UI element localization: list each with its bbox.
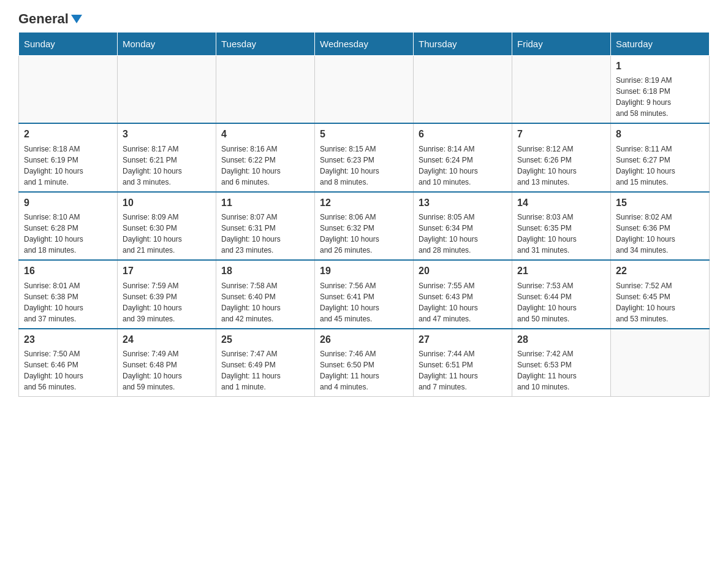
day-number: 12 [320,196,408,210]
day-number: 21 [517,264,605,278]
day-info: Sunrise: 8:11 AMSunset: 6:27 PMDaylight:… [616,144,704,188]
day-info: Sunrise: 7:49 AMSunset: 6:48 PMDaylight:… [123,348,211,393]
day-number: 2 [24,128,112,141]
day-header-sunday: Sunday [19,33,118,56]
calendar-week-row: 9Sunrise: 8:10 AMSunset: 6:28 PMDaylight… [19,192,710,260]
calendar-cell: 23Sunrise: 7:50 AMSunset: 6:46 PMDayligh… [19,329,118,397]
day-number: 3 [123,128,211,141]
calendar-cell: 27Sunrise: 7:44 AMSunset: 6:51 PMDayligh… [414,329,512,397]
day-info: Sunrise: 7:50 AMSunset: 6:46 PMDaylight:… [24,348,112,393]
day-info: Sunrise: 7:53 AMSunset: 6:44 PMDaylight:… [517,280,605,324]
calendar-week-row: 1Sunrise: 8:19 AMSunset: 6:18 PMDaylight… [19,56,710,124]
day-header-monday: Monday [118,33,216,56]
day-info: Sunrise: 7:47 AMSunset: 6:49 PMDaylight:… [221,348,309,393]
day-info: Sunrise: 8:02 AMSunset: 6:36 PMDaylight:… [616,212,704,256]
day-header-wednesday: Wednesday [315,33,414,56]
calendar-cell: 18Sunrise: 7:58 AMSunset: 6:40 PMDayligh… [216,260,315,328]
page-header: General [18,12,710,26]
calendar-cell: 6Sunrise: 8:14 AMSunset: 6:24 PMDaylight… [414,123,512,191]
calendar-cell [512,56,611,124]
calendar-cell: 22Sunrise: 7:52 AMSunset: 6:45 PMDayligh… [611,260,710,328]
logo-general: General [18,12,69,26]
day-header-tuesday: Tuesday [216,33,315,56]
day-number: 8 [616,128,704,141]
day-info: Sunrise: 7:46 AMSunset: 6:50 PMDaylight:… [320,348,408,393]
calendar-cell: 28Sunrise: 7:42 AMSunset: 6:53 PMDayligh… [512,329,611,397]
day-number: 20 [419,264,507,278]
calendar-cell [216,56,315,124]
day-info: Sunrise: 7:56 AMSunset: 6:41 PMDaylight:… [320,280,408,324]
day-number: 11 [221,196,309,210]
day-header-friday: Friday [512,33,611,56]
calendar-cell: 11Sunrise: 8:07 AMSunset: 6:31 PMDayligh… [216,192,315,260]
calendar-cell [118,56,216,124]
day-info: Sunrise: 8:19 AMSunset: 6:18 PMDaylight:… [616,75,704,119]
day-info: Sunrise: 8:10 AMSunset: 6:28 PMDaylight:… [24,212,112,256]
calendar-cell: 3Sunrise: 8:17 AMSunset: 6:21 PMDaylight… [118,123,216,191]
day-number: 17 [123,264,211,278]
calendar-cell: 21Sunrise: 7:53 AMSunset: 6:44 PMDayligh… [512,260,611,328]
calendar-cell: 17Sunrise: 7:59 AMSunset: 6:39 PMDayligh… [118,260,216,328]
day-info: Sunrise: 7:52 AMSunset: 6:45 PMDaylight:… [616,280,704,324]
calendar-cell: 15Sunrise: 8:02 AMSunset: 6:36 PMDayligh… [611,192,710,260]
day-number: 9 [24,196,112,210]
calendar-cell [414,56,512,124]
day-number: 24 [123,333,211,347]
calendar-cell: 1Sunrise: 8:19 AMSunset: 6:18 PMDaylight… [611,56,710,124]
day-number: 22 [616,264,704,278]
day-info: Sunrise: 8:18 AMSunset: 6:19 PMDaylight:… [24,144,112,188]
calendar-cell: 4Sunrise: 8:16 AMSunset: 6:22 PMDaylight… [216,123,315,191]
day-info: Sunrise: 8:16 AMSunset: 6:22 PMDaylight:… [221,144,309,188]
day-info: Sunrise: 7:42 AMSunset: 6:53 PMDaylight:… [517,348,605,393]
calendar-week-row: 23Sunrise: 7:50 AMSunset: 6:46 PMDayligh… [19,329,710,397]
logo-arrow-icon [70,12,83,26]
calendar-cell: 20Sunrise: 7:55 AMSunset: 6:43 PMDayligh… [414,260,512,328]
day-number: 27 [419,333,507,347]
calendar-cell: 2Sunrise: 8:18 AMSunset: 6:19 PMDaylight… [19,123,118,191]
day-info: Sunrise: 7:44 AMSunset: 6:51 PMDaylight:… [419,348,507,393]
day-info: Sunrise: 8:01 AMSunset: 6:38 PMDaylight:… [24,280,112,324]
calendar-table: SundayMondayTuesdayWednesdayThursdayFrid… [18,32,710,397]
day-number: 6 [419,128,507,141]
calendar-cell: 7Sunrise: 8:12 AMSunset: 6:26 PMDaylight… [512,123,611,191]
day-number: 23 [24,333,112,347]
day-number: 15 [616,196,704,210]
day-header-thursday: Thursday [414,33,512,56]
calendar-week-row: 2Sunrise: 8:18 AMSunset: 6:19 PMDaylight… [19,123,710,191]
day-number: 28 [517,333,605,347]
day-number: 18 [221,264,309,278]
calendar-cell [315,56,414,124]
calendar-cell [19,56,118,124]
day-info: Sunrise: 8:14 AMSunset: 6:24 PMDaylight:… [419,144,507,188]
day-info: Sunrise: 8:12 AMSunset: 6:26 PMDaylight:… [517,144,605,188]
day-info: Sunrise: 8:05 AMSunset: 6:34 PMDaylight:… [419,212,507,256]
calendar-cell: 13Sunrise: 8:05 AMSunset: 6:34 PMDayligh… [414,192,512,260]
calendar-cell [611,329,710,397]
day-number: 25 [221,333,309,347]
day-info: Sunrise: 8:17 AMSunset: 6:21 PMDaylight:… [123,144,211,188]
day-number: 5 [320,128,408,141]
calendar-cell: 26Sunrise: 7:46 AMSunset: 6:50 PMDayligh… [315,329,414,397]
calendar-cell: 12Sunrise: 8:06 AMSunset: 6:32 PMDayligh… [315,192,414,260]
calendar-cell: 5Sunrise: 8:15 AMSunset: 6:23 PMDaylight… [315,123,414,191]
svg-marker-0 [71,15,82,23]
calendar-cell: 8Sunrise: 8:11 AMSunset: 6:27 PMDaylight… [611,123,710,191]
day-header-saturday: Saturday [611,33,710,56]
day-info: Sunrise: 8:06 AMSunset: 6:32 PMDaylight:… [320,212,408,256]
day-number: 1 [616,59,704,73]
day-number: 4 [221,128,309,141]
logo: General [18,12,83,26]
calendar-cell: 14Sunrise: 8:03 AMSunset: 6:35 PMDayligh… [512,192,611,260]
day-info: Sunrise: 8:09 AMSunset: 6:30 PMDaylight:… [123,212,211,256]
calendar-cell: 10Sunrise: 8:09 AMSunset: 6:30 PMDayligh… [118,192,216,260]
day-number: 16 [24,264,112,278]
day-info: Sunrise: 8:07 AMSunset: 6:31 PMDaylight:… [221,212,309,256]
calendar-cell: 9Sunrise: 8:10 AMSunset: 6:28 PMDaylight… [19,192,118,260]
calendar-cell: 16Sunrise: 8:01 AMSunset: 6:38 PMDayligh… [19,260,118,328]
day-number: 26 [320,333,408,347]
day-info: Sunrise: 7:59 AMSunset: 6:39 PMDaylight:… [123,280,211,324]
day-number: 14 [517,196,605,210]
day-info: Sunrise: 7:58 AMSunset: 6:40 PMDaylight:… [221,280,309,324]
calendar-week-row: 16Sunrise: 8:01 AMSunset: 6:38 PMDayligh… [19,260,710,328]
day-number: 10 [123,196,211,210]
